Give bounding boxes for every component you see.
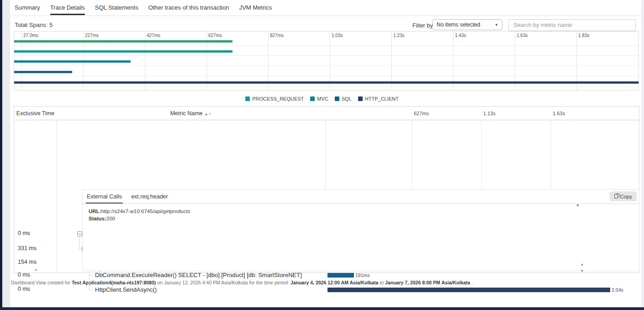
- table-header-row: Exclusive Time Metric Name▲▼ 627ms 1.13s…: [14, 107, 639, 120]
- axis-tick: 27.0ms: [23, 33, 38, 38]
- scroll-artifact-icon: [35, 269, 37, 271]
- metric-name: DbCommand.ExecuteReader() SELECT - [dbo]…: [95, 272, 302, 278]
- legend-item: PROCESS_REQUEST: [245, 96, 304, 102]
- scroll-artifact-icon: [581, 270, 583, 272]
- metric-name-label: Metric Name: [170, 110, 203, 117]
- axis-tick: 627ms: [208, 33, 222, 38]
- tree-connector: [89, 275, 93, 275]
- tab-divider: [11, 16, 641, 16]
- right-grey-margin: [641, 0, 644, 307]
- tab-trace-details[interactable]: Trace Details: [50, 4, 85, 15]
- copy-button[interactable]: Copy: [610, 192, 637, 201]
- status-line: Status:200: [89, 215, 639, 222]
- axis-tick: 827ms: [270, 33, 284, 38]
- url-label: URL:: [89, 208, 101, 214]
- exclusive-time-value: 0 ms: [18, 272, 30, 278]
- url-line: URL:http://s24x7-w10:6745/api/getproduct…: [89, 208, 639, 215]
- legend-label: MVC: [317, 96, 328, 102]
- detail-content: URL:http://s24x7-w10:6745/api/getproduct…: [83, 204, 639, 222]
- legend-swatch: [358, 96, 363, 101]
- bottom-dark-edge: [0, 307, 644, 310]
- duration-label: 191ms: [355, 273, 370, 278]
- axis-tick: 1.63s: [517, 33, 528, 38]
- legend-swatch: [245, 96, 250, 101]
- filter-by-label: Filter by: [412, 22, 433, 29]
- copy-icon: [614, 194, 618, 198]
- copy-label: Copy: [620, 194, 632, 199]
- axis-tick: 1.83s: [578, 33, 589, 38]
- url-value: http://s24x7-w10:6745/api/getproducts: [101, 208, 190, 214]
- tab-ext-req-header[interactable]: ext.req.header: [130, 191, 169, 203]
- timeline-span-bar: [14, 81, 639, 84]
- header-exclusive-time: Exclusive Time: [14, 107, 57, 120]
- table-row-httpclient[interactable]: HttpClient.SendAsync(): [95, 286, 157, 293]
- metric-name: HttpClient.SendAsync(): [95, 286, 157, 293]
- chart-legend: PROCESS_REQUEST MVC SQL HTTP_CLIENT: [0, 96, 644, 102]
- footer-text: Dashboard View created for: [11, 280, 72, 285]
- tab-other-traces[interactable]: Other traces of this transaction: [148, 4, 229, 15]
- chevron-down-icon: ▼: [495, 23, 498, 27]
- footer-app-name: Test Application4(maha-nts197:8080): [72, 280, 156, 285]
- exclusive-time-value: 331 ms: [18, 245, 37, 251]
- left-grey-margin: [2, 0, 10, 307]
- footer-text: on January 12, 2026 4:40 PM Asia/Kolkata…: [156, 280, 290, 285]
- row-divider: [14, 65, 639, 66]
- filter-select[interactable]: No items selected ▼: [433, 19, 502, 30]
- exclusive-time-value: 0 ms: [18, 230, 30, 236]
- row-divider: [14, 55, 639, 56]
- dashboard-footer-note: Dashboard View created for Test Applicat…: [11, 280, 637, 285]
- axis-tick: 227ms: [85, 33, 99, 38]
- footer-period-end: January 7, 2026 8:00 PM Asia/Kolkata: [385, 280, 470, 285]
- timeline-span-bar: [14, 40, 232, 43]
- legend-item: HTTP_CLIENT: [358, 96, 399, 102]
- duration-bar: [327, 288, 610, 292]
- legend-item: SQL: [335, 96, 352, 102]
- legend-item: MVC: [310, 96, 328, 102]
- bar-axis-tick: 1.13s: [483, 107, 496, 120]
- status-label: Status:: [89, 216, 106, 221]
- axis-tick: 427ms: [147, 33, 160, 38]
- legend-label: HTTP_CLIENT: [365, 96, 399, 102]
- legend-swatch: [335, 96, 339, 101]
- collapse-icon[interactable]: [77, 231, 82, 236]
- exclusive-time-value: 0 ms: [18, 286, 30, 292]
- footer-period-start: January 4, 2026 12:00 AM Asia/Kolkata: [290, 280, 378, 285]
- left-dark-edge: [0, 0, 2, 310]
- axis-tick: 1.03s: [332, 33, 343, 38]
- duration-bar-row: 191ms: [327, 273, 370, 278]
- duration-bar-row: 2.04s: [327, 287, 623, 293]
- timeline-span-bar: [14, 60, 131, 63]
- footer-text: to: [378, 280, 385, 285]
- row-divider: [14, 76, 639, 76]
- header-metric-name: Metric Name▲▼: [57, 107, 325, 120]
- exclusive-time-value: 154 ms: [18, 259, 37, 265]
- scroll-artifact-icon: [581, 264, 583, 266]
- trace-timeline-chart: 27.0ms 227ms 427ms 627ms 827ms 1.03s 1.2…: [14, 31, 639, 91]
- tab-summary[interactable]: Summary: [15, 4, 40, 15]
- bar-axis-tick: 627ms: [414, 107, 429, 120]
- footer-text: .: [470, 280, 473, 285]
- tab-jvm-metrics[interactable]: JVM Metrics: [239, 4, 272, 15]
- tab-external-calls[interactable]: External Calls: [86, 191, 123, 203]
- axis-tick: 1.43s: [455, 33, 466, 38]
- legend-label: PROCESS_REQUEST: [252, 96, 304, 102]
- trace-call-table: Exclusive Time Metric Name▲▼ 627ms 1.13s…: [14, 106, 639, 273]
- status-value: 200: [106, 216, 115, 221]
- external-call-detail-panel: External Calls ext.req.header Copy URL:h…: [82, 189, 639, 271]
- duration-label: 2.04s: [612, 287, 623, 293]
- legend-swatch: [310, 96, 315, 101]
- tree-connector: [89, 289, 93, 290]
- table-row-dbcommand[interactable]: DbCommand.ExecuteReader() SELECT - [dbo]…: [95, 272, 302, 278]
- scroll-artifact-icon: [577, 204, 579, 206]
- row-divider: [14, 45, 639, 46]
- tab-sql-statements[interactable]: SQL Statements: [95, 4, 138, 15]
- sort-desc-icon[interactable]: ▼: [208, 112, 211, 116]
- column-divider: [57, 107, 57, 273]
- search-input[interactable]: [508, 19, 636, 31]
- tree-connector: [79, 236, 79, 249]
- legend-label: SQL: [342, 96, 352, 102]
- detail-tab-bar: External Calls ext.req.header Copy: [83, 190, 639, 204]
- filter-select-value: No items selected: [437, 21, 480, 28]
- total-spans-label: Totat Spans: 5: [15, 21, 53, 28]
- timeline-span-bar: [14, 50, 232, 53]
